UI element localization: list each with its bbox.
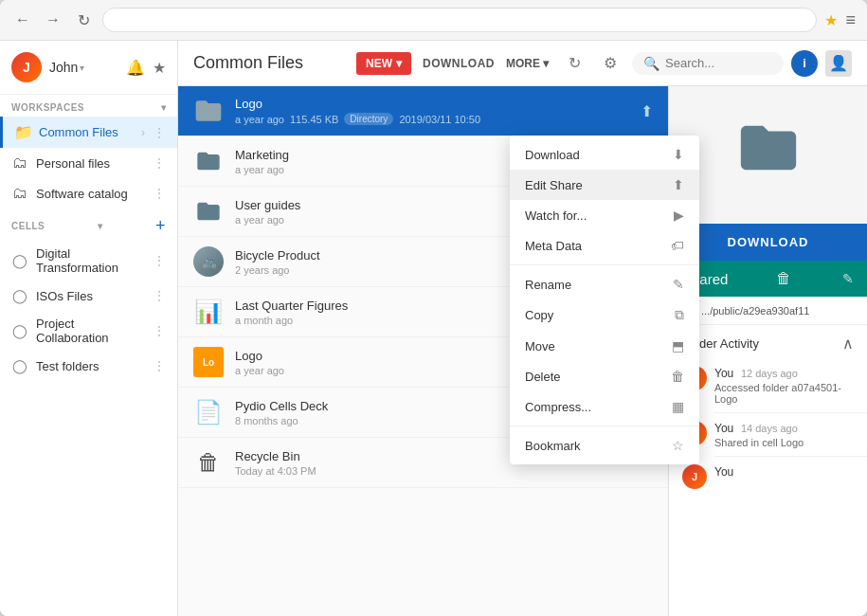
- avatar: J: [11, 52, 42, 82]
- ctx-watch-for[interactable]: Watch for... ▶: [510, 200, 699, 230]
- divider: [510, 426, 699, 426]
- help-button[interactable]: i: [791, 50, 818, 77]
- app-container: J John ▾ 🔔 ★ WORKSPACES ▾ 📁 Common Files…: [0, 41, 867, 616]
- folder-icon: [193, 146, 224, 176]
- chevron-right-icon: ›: [141, 126, 145, 139]
- ctx-meta-data[interactable]: Meta Data 🏷: [510, 230, 699, 261]
- more-arrow-icon: ▾: [543, 57, 549, 70]
- activity-desc: Shared in cell Logo: [714, 437, 854, 448]
- browser-chrome: ← → ↻ ★ ≡: [0, 0, 867, 41]
- excel-icon: 📊: [193, 297, 224, 327]
- edit-share-icon[interactable]: ✎: [842, 271, 854, 286]
- ctx-edit-share[interactable]: Edit Share ⬆: [510, 170, 699, 200]
- activity-time: 12 days ago: [741, 368, 798, 379]
- activity-avatar: J: [682, 464, 707, 489]
- main-content: Common Files NEW ▾ DOWNLOAD MORE ▾ ↻ ⚙ 🔍: [178, 41, 867, 616]
- ctx-compress[interactable]: Compress... ▦: [510, 391, 699, 422]
- more-button[interactable]: MORE ▾: [506, 57, 549, 70]
- bookmark-star-icon[interactable]: ★: [824, 11, 838, 29]
- cell-icon: ◯: [11, 358, 28, 373]
- sidebar-item-project-collaboration[interactable]: ◯ Project Collaboration ⋮: [0, 310, 177, 352]
- browser-window: ← → ↻ ★ ≡ J John ▾ 🔔 ★ WORKSPACES ▾: [0, 0, 867, 616]
- notification-bell-icon[interactable]: 🔔: [126, 59, 145, 77]
- context-menu: Download ⬇ Edit Share ⬆ Watch for... ▶ M…: [510, 136, 699, 464]
- more-icon[interactable]: ⋮: [153, 323, 166, 338]
- divider: [510, 264, 699, 265]
- refresh-button[interactable]: ↻: [560, 49, 588, 78]
- copy-icon: ⧉: [675, 307, 684, 323]
- file-row[interactable]: Logo a year ago 115.45 KB Directory 2019…: [178, 86, 668, 136]
- tag-icon: 🏷: [671, 238, 684, 253]
- folder-icon: 🗂: [11, 185, 28, 202]
- cell-icon: ◯: [11, 253, 28, 268]
- ctx-move[interactable]: Move ⬒: [510, 331, 699, 361]
- ctx-delete[interactable]: Delete 🗑: [510, 361, 699, 391]
- folder-icon: [193, 96, 224, 126]
- chevron-up-icon[interactable]: ∧: [842, 335, 854, 353]
- download-button[interactable]: DOWNLOAD: [423, 57, 495, 70]
- sidebar-item-digital-transformation[interactable]: ◯ Digital Transformation ⋮: [0, 240, 177, 281]
- more-icon[interactable]: ⋮: [153, 125, 166, 140]
- ctx-copy[interactable]: Copy ⧉: [510, 299, 699, 331]
- refresh-button[interactable]: ↻: [72, 9, 95, 31]
- new-button[interactable]: NEW ▾: [356, 52, 411, 75]
- sidebar-item-common-files[interactable]: 📁 Common Files › ⋮: [0, 117, 177, 148]
- activity-user: You: [714, 422, 733, 435]
- activity-item: J You: [669, 457, 867, 497]
- favorites-star-icon[interactable]: ★: [153, 59, 166, 77]
- bookmark-icon: ☆: [672, 438, 684, 453]
- user-profile[interactable]: J John ▾ 🔔 ★: [0, 41, 177, 95]
- browser-menu-icon[interactable]: ≡: [845, 10, 856, 30]
- workspaces-header: WORKSPACES ▾: [0, 95, 177, 117]
- cell-icon: ◯: [11, 323, 28, 338]
- folder-icon: 📁: [14, 123, 31, 141]
- activity-user: You: [714, 465, 733, 479]
- activity-time: 14 days ago: [741, 423, 798, 434]
- folder-icon: [193, 196, 224, 226]
- more-icon[interactable]: ⋮: [153, 288, 166, 303]
- delete-share-icon[interactable]: 🗑: [776, 270, 791, 287]
- share-icon[interactable]: ⬆: [641, 102, 653, 120]
- new-dropdown-arrow: ▾: [396, 57, 402, 70]
- top-bar: Common Files NEW ▾ DOWNLOAD MORE ▾ ↻ ⚙ 🔍: [178, 41, 867, 86]
- trash-icon: 🗑: [193, 447, 224, 478]
- cells-header: CELLS ▾ +: [0, 208, 177, 240]
- folder-icon: 🗂: [11, 154, 28, 172]
- move-icon: ⬒: [672, 338, 684, 353]
- download-icon: ⬇: [673, 147, 684, 162]
- ctx-bookmark[interactable]: Bookmark ☆: [510, 430, 699, 461]
- more-icon[interactable]: ⋮: [153, 155, 166, 171]
- back-button[interactable]: ←: [11, 9, 34, 31]
- user-name: John ▾: [49, 60, 84, 75]
- compress-icon: ▦: [672, 399, 684, 414]
- user-dropdown-arrow: ▾: [80, 63, 84, 73]
- search-bar: 🔍: [632, 52, 784, 75]
- activity-desc: Accessed folder a07a4501-Logo: [714, 382, 854, 405]
- sidebar: J John ▾ 🔔 ★ WORKSPACES ▾ 📁 Common Files…: [0, 41, 178, 616]
- image-thumbnail: 🚲: [193, 246, 224, 277]
- forward-button[interactable]: →: [42, 9, 64, 31]
- file-meta: Today at 4:03 PM: [235, 465, 653, 477]
- more-icon[interactable]: ⋮: [153, 186, 166, 201]
- sidebar-item-personal-files[interactable]: 🗂 Personal files ⋮: [0, 148, 177, 178]
- account-button[interactable]: 👤: [825, 50, 852, 77]
- more-icon[interactable]: ⋮: [153, 253, 166, 268]
- search-input[interactable]: [665, 56, 772, 70]
- more-icon[interactable]: ⋮: [153, 358, 166, 373]
- cells-dropdown-arrow: ▾: [98, 221, 103, 231]
- sidebar-item-test-folders[interactable]: ◯ Test folders ⋮: [0, 352, 177, 380]
- edit-icon: ✎: [673, 277, 684, 292]
- cell-icon: ◯: [11, 288, 28, 303]
- page-title: Common Files: [193, 53, 345, 73]
- address-bar[interactable]: [102, 8, 817, 32]
- add-cell-button[interactable]: +: [155, 216, 166, 236]
- settings-button[interactable]: ⚙: [596, 49, 624, 78]
- sidebar-item-isos-files[interactable]: ◯ ISOs Files ⋮: [0, 281, 177, 310]
- file-meta: a year ago 115.45 KB Directory 2019/03/1…: [235, 113, 629, 125]
- ctx-rename[interactable]: Rename ✎: [510, 269, 699, 299]
- file-name: Logo: [235, 97, 629, 111]
- search-icon: 🔍: [643, 56, 659, 71]
- sidebar-item-software-catalog[interactable]: 🗂 Software catalog ⋮: [0, 178, 177, 208]
- file-area: Logo a year ago 115.45 KB Directory 2019…: [178, 86, 867, 616]
- ctx-download[interactable]: Download ⬇: [510, 139, 699, 170]
